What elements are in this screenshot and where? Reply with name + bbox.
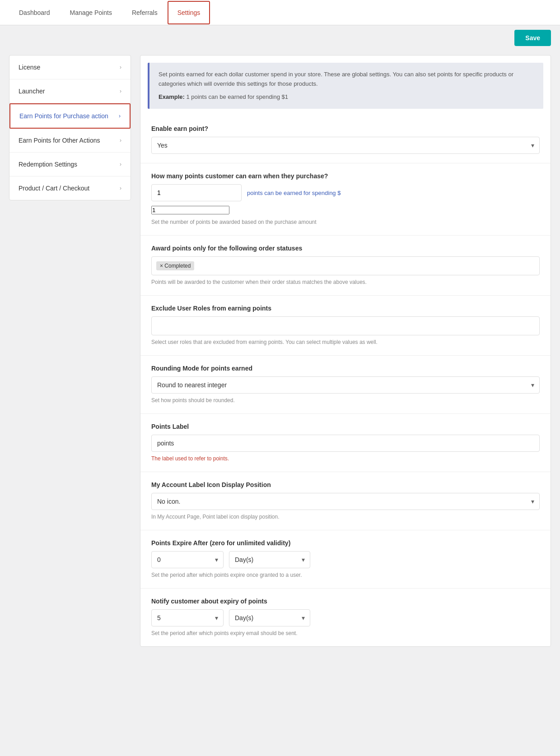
top-navigation: Dashboard Manage Points Referrals Settin… [0, 0, 560, 25]
help-rounding-mode: Set how points should be rounded. [151, 396, 540, 404]
section-notify-expiry: Notify customer about expiry of points 1… [140, 589, 551, 646]
points-inline-text: points can be earned for spending $ [247, 190, 341, 196]
chevron-icon-redemption: › [120, 161, 121, 167]
label-exclude-roles: Exclude User Roles from earning points [151, 305, 540, 312]
select-account-icon[interactable]: No icon. Before label After label [151, 493, 540, 510]
sidebar-item-product-cart[interactable]: Product / Cart / Checkout › [9, 176, 131, 200]
help-points-expire: Set the period after which points expire… [151, 571, 540, 579]
nav-manage-points[interactable]: Manage Points [60, 1, 122, 24]
example-label: Example: [159, 93, 185, 100]
nav-dashboard[interactable]: Dashboard [9, 1, 60, 24]
sidebar-label-license: License [19, 64, 40, 71]
example-text: 1 points can be earned for spending $1 [186, 93, 288, 100]
select-wrapper-notify-value: 1 2 3 5 7 10 [151, 609, 224, 626]
points-row-1: points can be earned for spending $ [151, 184, 540, 201]
select-wrapper-expire-period: Day(s) Week(s) Month(s) Year(s) [229, 551, 310, 568]
select-enable-earn-point[interactable]: Yes No [151, 137, 540, 154]
chevron-icon-license: › [120, 64, 121, 70]
label-points-label: Points Label [151, 423, 540, 430]
help-order-statuses: Points will be awarded to the customer w… [151, 278, 540, 286]
section-rounding-mode: Rounding Mode for points earned Round to… [140, 356, 551, 414]
chevron-icon-earn-purchase: › [119, 113, 121, 119]
info-banner: Set points earned for each dollar custom… [148, 63, 543, 109]
nav-referrals[interactable]: Referrals [122, 1, 168, 24]
label-enable-earn-point: Enable earn point? [151, 125, 540, 132]
section-account-label-icon: My Account Label Icon Display Position N… [140, 472, 551, 530]
sidebar-item-earn-other[interactable]: Earn Points for Other Actions › [9, 129, 131, 153]
select-expire-value[interactable]: 0 1 2 3 5 7 10 30 [151, 551, 224, 568]
chevron-icon-earn-other: › [120, 137, 121, 144]
help-how-many-points: Set the number of points be awarded base… [151, 218, 540, 226]
label-rounding-mode: Rounding Mode for points earned [151, 365, 540, 372]
section-points-label: Points Label The label used to refer to … [140, 414, 551, 472]
select-notify-value[interactable]: 1 2 3 5 7 10 [151, 609, 224, 626]
label-how-many-points: How many points customer can earn when t… [151, 172, 540, 180]
nav-settings[interactable]: Settings [168, 1, 210, 24]
chevron-icon-launcher: › [120, 88, 121, 94]
label-points-expire: Points Expire After (zero for unlimited … [151, 539, 540, 547]
help-account-label-icon: In My Account Page, Point label icon dis… [151, 513, 540, 521]
sidebar-label-redemption: Redemption Settings [19, 161, 77, 168]
select-wrapper-notify-period: Day(s) Week(s) Month(s) Year(s) [229, 609, 310, 626]
help-points-label: The label used to refer to points. [151, 455, 540, 463]
section-how-many-points: How many points customer can earn when t… [140, 163, 551, 236]
help-exclude-roles: Select user roles that are excluded from… [151, 338, 540, 346]
sidebar-item-redemption[interactable]: Redemption Settings › [9, 153, 131, 176]
expire-row: 0 1 2 3 5 7 10 30 Day(s) Week(s) Month(s [151, 551, 540, 568]
label-account-label-icon: My Account Label Icon Display Position [151, 481, 540, 488]
select-wrapper-expire-value: 0 1 2 3 5 7 10 30 [151, 551, 224, 568]
tag-completed-text: × Completed [160, 263, 191, 269]
save-bar: Save [0, 30, 560, 46]
points-input-1[interactable] [151, 184, 242, 201]
save-button[interactable]: Save [514, 30, 551, 46]
sidebar: License › Launcher › Earn Points for Pur… [9, 55, 131, 200]
select-wrapper-rounding-mode: Round to nearest integer Round up Round … [151, 376, 540, 394]
select-wrapper-enable-earn-point: Yes No [151, 137, 540, 154]
select-wrapper-account-icon: No icon. Before label After label [151, 493, 540, 510]
sidebar-label-earn-purchase: Earn Points for Purchase action [19, 112, 108, 120]
label-order-statuses: Award points only for the following orde… [151, 245, 540, 252]
section-exclude-roles: Exclude User Roles from earning points S… [140, 296, 551, 356]
info-banner-text: Set points earned for each dollar custom… [159, 70, 534, 89]
sidebar-item-license[interactable]: License › [9, 56, 131, 79]
section-order-statuses: Award points only for the following orde… [140, 236, 551, 296]
tag-input-exclude-roles[interactable] [151, 316, 540, 335]
section-points-expire: Points Expire After (zero for unlimited … [140, 530, 551, 589]
info-banner-example: Example: 1 points can be earned for spen… [159, 93, 534, 102]
label-notify-expiry: Notify customer about expiry of points [151, 598, 540, 605]
chevron-icon-product-cart: › [120, 185, 121, 191]
help-notify-expiry: Set the period after which points expiry… [151, 629, 540, 637]
section-enable-earn-point: Enable earn point? Yes No [140, 116, 551, 163]
sidebar-label-product-cart: Product / Cart / Checkout [19, 185, 89, 192]
select-rounding-mode[interactable]: Round to nearest integer Round up Round … [151, 376, 540, 394]
select-notify-period[interactable]: Day(s) Week(s) Month(s) Year(s) [229, 609, 310, 626]
tag-input-order-statuses[interactable]: × Completed [151, 256, 540, 275]
notify-row: 1 2 3 5 7 10 Day(s) Week(s) Month(s) Yea… [151, 609, 540, 626]
sidebar-label-launcher: Launcher [19, 88, 45, 95]
select-expire-period[interactable]: Day(s) Week(s) Month(s) Year(s) [229, 551, 310, 568]
sidebar-item-earn-purchase[interactable]: Earn Points for Purchase action › [9, 103, 131, 129]
main-content: Set points earned for each dollar custom… [140, 55, 551, 647]
points-input-2[interactable] [151, 206, 229, 214]
sidebar-item-launcher[interactable]: Launcher › [9, 79, 131, 103]
sidebar-label-earn-other: Earn Points for Other Actions [19, 137, 100, 144]
input-points-label[interactable] [151, 435, 540, 452]
page-wrapper: License › Launcher › Earn Points for Pur… [0, 46, 560, 656]
tag-completed[interactable]: × Completed [156, 261, 194, 270]
